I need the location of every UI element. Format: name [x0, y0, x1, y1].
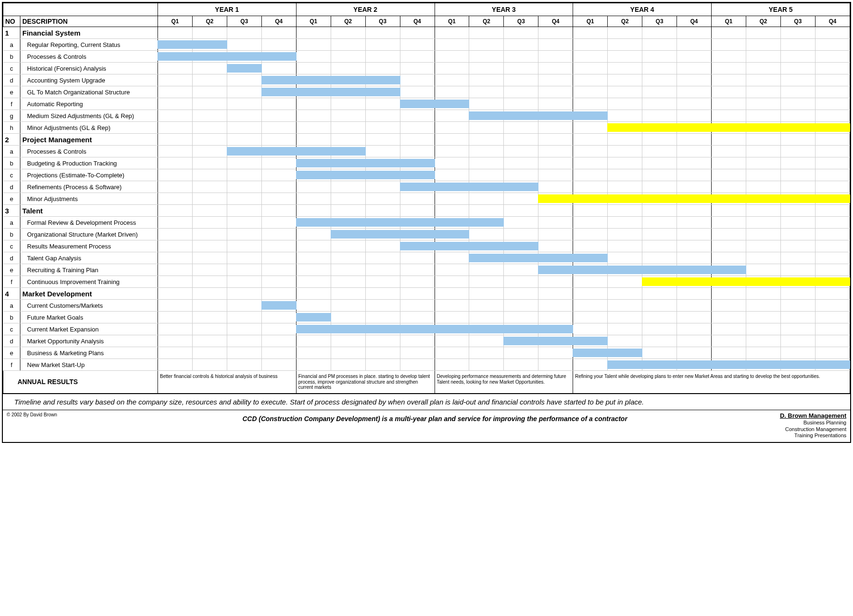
gantt-cell: [261, 134, 296, 146]
gantt-cell: [365, 110, 400, 122]
gantt-cell: [331, 300, 365, 312]
gantt-cell: [712, 134, 746, 146]
gantt-cell: [400, 51, 435, 63]
gantt-cell: [815, 98, 850, 110]
gantt-cell: [677, 347, 712, 359]
gantt-cell: [158, 181, 193, 193]
gantt-cell: [746, 205, 780, 217]
gantt-cell: [331, 169, 365, 181]
gantt-cell: [227, 51, 261, 63]
gantt-cell: [192, 347, 227, 359]
gantt-cell: [746, 157, 780, 169]
gantt-bar: [607, 349, 642, 357]
gantt-cell: [435, 157, 469, 169]
gantt-cell: [815, 347, 850, 359]
gantt-cell: [504, 276, 538, 288]
gantt-cell: [331, 264, 365, 276]
gantt-cell: [642, 146, 677, 157]
gantt-bar: [746, 277, 781, 286]
gantt-cell: [677, 300, 712, 312]
gantt-cell: [608, 169, 642, 181]
header-q: Q1: [573, 16, 608, 27]
task-no: b: [3, 312, 20, 323]
gantt-cell: [331, 347, 365, 359]
gantt-cell: [400, 229, 435, 240]
header-q: Q2: [746, 16, 780, 27]
gantt-cell: [815, 169, 850, 181]
gantt-cell: [504, 51, 538, 63]
gantt-cell: [435, 27, 469, 39]
gantt-bar: [296, 76, 331, 84]
gantt-cell: [780, 181, 815, 193]
gantt-cell: [400, 27, 435, 39]
gantt-cell: [608, 335, 642, 347]
gantt-cell: [365, 323, 400, 335]
gantt-bar: [677, 277, 712, 286]
gantt-cell: [815, 217, 850, 229]
footer-branding: D. Brown Management Business Planning Co…: [678, 412, 846, 440]
task-desc: New Market Start-Up: [20, 359, 158, 371]
gantt-cell: [573, 288, 608, 300]
gantt-cell: [400, 288, 435, 300]
gantt-cell: [538, 193, 573, 205]
gantt-cell: [365, 217, 400, 229]
gantt-cell: [746, 63, 780, 74]
gantt-cell: [331, 252, 365, 264]
gantt-cell: [435, 63, 469, 74]
gantt-bar: [435, 183, 470, 191]
gantt-cell: [746, 300, 780, 312]
gantt-cell: [296, 51, 331, 63]
gantt-cell: [435, 335, 469, 347]
gantt-cell: [538, 312, 573, 323]
gantt-cell: [331, 39, 365, 51]
gantt-bar: [192, 40, 227, 49]
header-year-1: YEAR 1: [158, 3, 297, 16]
gantt-cell: [158, 217, 193, 229]
gantt-cell: [815, 27, 850, 39]
gantt-cell: [504, 252, 538, 264]
header-q: Q4: [261, 16, 296, 27]
gantt-bar: [400, 100, 435, 108]
gantt-cell: [192, 288, 227, 300]
gantt-cell: [642, 359, 677, 371]
gantt-cell: [296, 63, 331, 74]
annual-year4-5: Refining your Talent while developing pl…: [573, 371, 850, 394]
gantt-bar: [227, 64, 262, 73]
task-no: e: [3, 86, 20, 98]
task-no: b: [3, 51, 20, 63]
group-no: 4: [3, 288, 20, 300]
gantt-bar: [711, 277, 746, 286]
gantt-cell: [608, 359, 642, 371]
gantt-cell: [296, 74, 331, 86]
gantt-cell: [469, 51, 504, 63]
gantt-cell: [365, 288, 400, 300]
gantt-cell: [573, 98, 608, 110]
gantt-cell: [261, 347, 296, 359]
footnote: Timeline and results vary based on the c…: [3, 394, 850, 410]
gantt-bar: [538, 194, 573, 203]
gantt-cell: [780, 74, 815, 86]
gantt-cell: [642, 63, 677, 74]
task-no: d: [3, 335, 20, 347]
gantt-cell: [504, 86, 538, 98]
gantt-cell: [573, 134, 608, 146]
gantt-cell: [815, 193, 850, 205]
gantt-bar: [503, 325, 538, 333]
gantt-cell: [642, 74, 677, 86]
gantt-cell: [746, 51, 780, 63]
gantt-cell: [227, 288, 261, 300]
gantt-bar: [296, 218, 331, 227]
task-desc: Processes & Controls: [20, 146, 158, 157]
gantt-cell: [677, 98, 712, 110]
group-title: Project Management: [20, 134, 158, 146]
gantt-cell: [538, 51, 573, 63]
gantt-cell: [400, 335, 435, 347]
gantt-cell: [538, 264, 573, 276]
gantt-bar: [677, 266, 712, 274]
task-no: a: [3, 39, 20, 51]
gantt-cell: [642, 122, 677, 134]
gantt-cell: [642, 323, 677, 335]
gantt-cell: [677, 229, 712, 240]
gantt-cell: [712, 39, 746, 51]
gantt-cell: [400, 98, 435, 110]
